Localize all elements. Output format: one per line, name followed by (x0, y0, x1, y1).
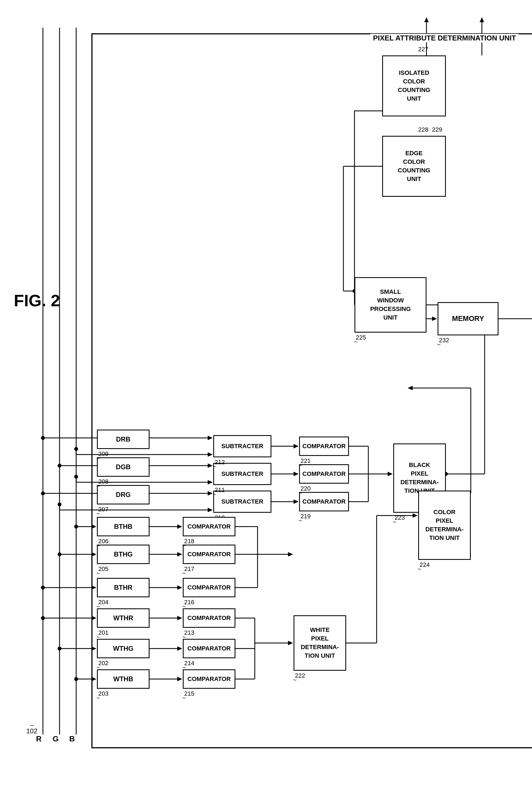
svg-marker-120 (424, 17, 429, 22)
pixel-attribute-label: PIXEL ATTRIBUTE DETERMINATION UNIT (370, 34, 519, 42)
wthg-box: WTHG (97, 639, 150, 658)
ref-229: 229 (432, 126, 442, 133)
svg-point-34 (74, 475, 78, 479)
comparator-221: COMPARATOR (299, 436, 349, 456)
tilde-224: ~ (418, 566, 421, 573)
drg-box: DRG (97, 485, 150, 504)
signal-g: G (53, 735, 59, 743)
svg-point-20 (74, 525, 78, 528)
drb-box: DRB (97, 430, 150, 449)
svg-point-17 (58, 553, 61, 556)
bthr-box: BTHR (97, 578, 150, 597)
svg-point-11 (74, 677, 78, 681)
comparator-217: COMPARATOR (183, 545, 235, 564)
subtracter-212: SUBTRACTER (213, 435, 271, 457)
tilde-220: ~ (299, 489, 302, 497)
isolated-color-counting-unit: ISOLATEDCOLORCOUNTINGUNIT (382, 55, 446, 116)
comparator-218: COMPARATOR (183, 517, 235, 536)
ref-227: 227 (418, 46, 429, 53)
tilde-208: ~ (96, 483, 100, 490)
svg-marker-122 (480, 17, 484, 22)
svg-point-30 (58, 464, 61, 468)
bthg-box: BTHG (97, 545, 150, 564)
tilde-205: ~ (96, 570, 100, 577)
comparator-216: COMPARATOR (183, 578, 235, 597)
svg-point-14 (41, 586, 45, 590)
tilde-215: ~ (182, 694, 186, 702)
subtracter-211: SUBTRACTER (213, 463, 271, 485)
tilde-222: ~ (293, 676, 297, 684)
tilde-206: ~ (96, 542, 100, 549)
subtracter-210: SUBTRACTER (213, 491, 271, 513)
white-pixel-determination-unit: WHITEPIXELDETERMINA-TION UNIT (293, 615, 346, 671)
svg-point-8 (58, 647, 61, 651)
bthb-box: BTHB (97, 517, 150, 536)
tilde-225: ~ (354, 339, 358, 346)
tilde-223: ~ (393, 519, 396, 526)
signal-r: R (36, 735, 41, 743)
ref-102-tilde: ~ (30, 722, 34, 729)
tilde-219: ~ (299, 517, 302, 524)
edge-color-counting-unit: EDGECOLORCOUNTINGUNIT (382, 136, 446, 197)
svg-point-27 (58, 503, 61, 506)
tilde-203: ~ (96, 694, 100, 702)
comparator-220: COMPARATOR (299, 464, 349, 484)
tilde-204: ~ (96, 603, 100, 610)
svg-point-5 (41, 616, 45, 620)
ref-228: 228 (418, 126, 429, 133)
tilde-207: ~ (96, 510, 100, 518)
tilde-211: ~ (213, 491, 216, 498)
tilde-232: ~ (437, 341, 441, 348)
svg-point-37 (41, 436, 45, 440)
small-window-processing-unit: SMALLWINDOWPROCESSINGUNIT (355, 277, 426, 332)
comparator-213: COMPARATOR (183, 608, 235, 628)
memory-box: MEMORY (438, 302, 498, 336)
comparator-214: COMPARATOR (183, 639, 235, 658)
wthr-box: WTHR (97, 608, 150, 628)
tilde-216: ~ (182, 603, 186, 610)
diagram-container: FIG. 2 R G B 102 ~ PIXEL ATTRIBUTE DETER… (0, 0, 532, 796)
comparator-215: COMPARATOR (183, 669, 235, 689)
figure-label: FIG. 2 (14, 291, 60, 310)
tilde-209: ~ (96, 455, 100, 462)
tilde-221: ~ (299, 462, 302, 469)
wthb-box: WTHB (97, 669, 150, 689)
svg-point-23 (41, 491, 45, 495)
tilde-218: ~ (182, 542, 186, 549)
dgb-box: DGB (97, 457, 150, 477)
tilde-217: ~ (182, 570, 186, 577)
tilde-212: ~ (213, 463, 216, 470)
comparator-219: COMPARATOR (299, 492, 349, 511)
color-pixel-determination-unit: COLORPIXELDETERMINA-TION UNIT (418, 491, 471, 560)
svg-point-41 (74, 447, 78, 451)
signal-b: B (69, 735, 75, 743)
